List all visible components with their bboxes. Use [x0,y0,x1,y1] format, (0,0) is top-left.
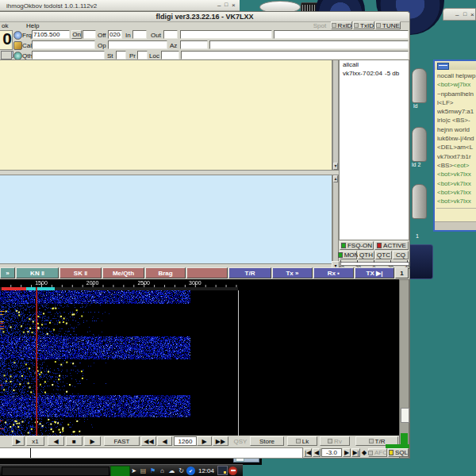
close-icon[interactable]: × [470,11,474,18]
op-input[interactable] [108,40,167,49]
sync-icon[interactable]: ✔ [186,466,195,475]
frequency-display[interactable]: 0 [0,30,13,50]
macro-button-11[interactable]: 1 [395,267,409,278]
macro-button-3[interactable]: SK ‖ [60,267,102,278]
wf---button[interactable]: ▶| [351,448,360,457]
frq-input[interactable] [32,30,70,39]
wf---button[interactable]: ◀ [157,436,172,446]
wf---button[interactable]: |◀ [304,448,312,457]
wf---button[interactable]: ▶ [12,436,25,446]
monitor-desktop-icon[interactable] [408,244,433,279]
desktop-icon[interactable] [412,184,427,219]
loc-input[interactable] [161,51,179,60]
wf-lk-button[interactable]: Lk [287,436,317,446]
st-input[interactable] [116,51,126,60]
fsq-cq-button[interactable]: CQ [393,251,409,259]
qth-input[interactable] [32,51,105,60]
task-list[interactable] [2,466,109,476]
off-input[interactable] [108,30,122,39]
clear-broom-icon[interactable] [13,41,22,50]
scroll-down-button[interactable]: ▾ [333,163,338,170]
row-c-wide-input[interactable] [181,51,409,60]
macro-button-2[interactable]: KN ‖ [16,267,59,278]
rx-scrollbar[interactable]: ▾ [332,60,339,171]
call-input[interactable] [32,40,95,49]
pr-input[interactable] [137,51,148,60]
menu-help[interactable]: Help [26,22,39,29]
macro-button-1[interactable]: » [0,267,15,278]
wf---button[interactable]: ■ [66,436,83,446]
macro-button-4[interactable]: Me/Qth [102,267,144,278]
flag-icon[interactable]: ⚑ [148,466,157,475]
rx-text-area[interactable] [0,60,332,171]
slider-handle[interactable] [401,408,409,423]
qrz-globe-icon[interactable] [13,31,22,40]
waterfall-display[interactable] [0,279,399,436]
minimize-icon[interactable]: – [217,2,221,9]
fsq-qtc-button[interactable]: QTC [375,251,392,259]
note-text[interactable]: nocall helpwp<bot>wj7lxx~npbamlhelnl<LF>… [435,70,476,208]
fsq-fsq-on-button[interactable]: FSQ-ON [340,241,374,250]
az-input[interactable] [180,40,208,49]
tx-scrollbar[interactable]: ▴ [332,175,339,264]
wf-rv-button[interactable]: Rv [320,436,350,446]
macro-button-9[interactable]: Rx ▪ [313,267,354,278]
minimize-icon[interactable]: – [455,11,459,18]
wf---button[interactable]: ◀ [48,436,64,446]
corner-window-titlebar[interactable]: – □ × [443,8,476,21]
cloud-icon[interactable]: ☁ [167,466,176,475]
small-button-icon[interactable] [1,51,12,60]
wf---button[interactable]: ▶ [343,448,351,457]
shutdown-icon[interactable] [228,466,237,475]
rxid-button[interactable]: RxID [331,21,352,29]
wf---button[interactable]: ▶ [84,436,101,446]
wf-qsy-button[interactable]: QSY [232,436,249,446]
macro-button-10[interactable]: TX ▶| [355,267,394,278]
display-icon[interactable] [217,466,228,475]
wf-1260-button[interactable]: 1260 [174,436,197,446]
out-input[interactable] [163,30,178,39]
signal-browser[interactable]: allcall vk7lxx-702:04-5 db [339,60,409,240]
close-icon[interactable]: × [232,2,236,9]
home-icon[interactable]: ⌂ [158,466,167,475]
tx-text-area[interactable] [0,175,332,264]
wf--3-0-button[interactable]: -3.0 [321,448,342,457]
cursor-icon[interactable]: ➤ [129,466,138,475]
desktop-icon[interactable] [412,68,427,103]
macro-button-6[interactable] [186,267,228,278]
wf-x1-button[interactable]: x1 [26,436,44,446]
wf-sql-button[interactable]: SQL [388,448,409,457]
maximize-icon[interactable]: □ [463,11,466,17]
in-input[interactable] [132,30,147,39]
macro-button-5[interactable]: Brag [145,267,186,278]
macro-button-7[interactable]: T/R [228,267,271,278]
background-window-titlebar[interactable]: ihmogOkbov todoist 1.0.1.112v2 – □ × [0,0,240,11]
wf-fast-button[interactable]: FAST [104,436,140,446]
wf---button[interactable]: ▶ [197,436,212,446]
row-b-wide-input[interactable] [209,40,409,49]
wf-afc-button[interactable]: AFC [368,448,387,457]
wf-store-button[interactable]: Store [250,436,284,446]
notes-input[interactable] [180,30,272,39]
menu-logbook-partial[interactable]: ok [2,22,8,29]
wf---button[interactable]: ▶▶ [213,436,228,446]
wf---button[interactable]: ◀◀ [141,436,156,446]
task-window-button[interactable] [110,466,130,476]
maximize-icon[interactable]: □ [225,2,228,7]
note-resize-strip[interactable] [435,221,476,230]
macro-button-8[interactable]: Tx » [272,267,313,278]
notes-input-2[interactable] [274,30,409,39]
refresh-icon[interactable]: ↻ [177,466,186,475]
on-button[interactable]: On [71,30,82,39]
fsq-qth-button[interactable]: QTH [358,251,374,259]
spot-button[interactable]: Spot [309,21,330,29]
txid-button[interactable]: TxID [353,21,374,29]
scroll-up-button[interactable]: ▴ [333,175,338,182]
note-titlebar[interactable] [435,61,476,70]
desktop-icon[interactable] [412,127,427,162]
clipboard-icon[interactable]: ▤ [139,466,148,475]
wf---button[interactable]: ◀ [313,448,321,457]
fsq-active-button[interactable]: ACTIVE [374,241,409,250]
browser-row[interactable]: vk7lxx-702:04-5 db [340,70,409,78]
waterfall-side-slider[interactable] [399,279,409,459]
